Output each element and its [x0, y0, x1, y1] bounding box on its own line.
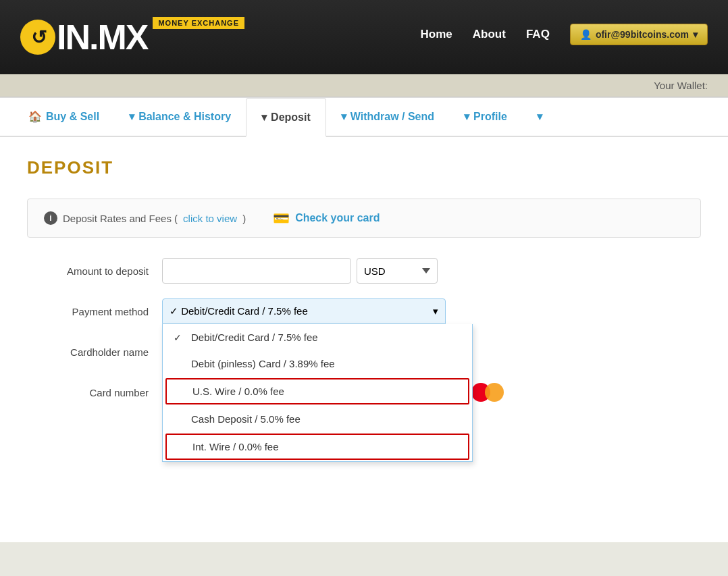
main-card: 🏠 Buy & Sell ▾ Balance & History ▾ Depos… [0, 97, 728, 542]
check-card-button[interactable]: 💳 Check your card [273, 210, 380, 226]
payment-option-debit-credit[interactable]: ✓ Debit/Credit Card / 7.5% fee [163, 324, 472, 350]
tab-profile[interactable]: ▾ Profile [449, 98, 522, 137]
tab-withdraw-send-label: Withdraw / Send [350, 111, 434, 123]
wallet-label: Your Wallet: [654, 80, 708, 91]
tab-buy-sell-label: Buy & Sell [46, 111, 99, 123]
tab-deposit-label: Deposit [271, 111, 311, 124]
nav-about[interactable]: About [473, 28, 506, 41]
page-content: DEPOSIT i Deposit Rates and Fees ( click… [0, 137, 728, 542]
wallet-bar: Your Wallet: [0, 74, 728, 97]
cardholder-label: Cardholder name [27, 346, 162, 358]
nav-links: Home About FAQ 👤 ofir@99bitcoins.com ▾ [421, 24, 708, 45]
empty-check-icon-2 [175, 386, 186, 397]
user-email: ofir@99bitcoins.com [596, 29, 689, 40]
chevron-down-icon-deposit: ▾ [261, 111, 267, 124]
user-icon: 👤 [580, 29, 592, 40]
logo: IN.MX [20, 17, 147, 57]
payment-option-us-wire[interactable]: U.S. Wire / 0.0% fee [165, 378, 469, 404]
tab-profile-label: Profile [473, 111, 507, 123]
dropdown-arrow-icon: ▾ [693, 29, 698, 40]
mc-circle-right [485, 383, 504, 402]
payment-option-label: Cash Deposit / 5.0% fee [191, 413, 301, 425]
empty-check-icon [174, 359, 184, 369]
payment-label: Payment method [27, 306, 162, 317]
payment-option-label: Int. Wire / 0.0% fee [192, 441, 279, 452]
chevron-down-icon-withdraw: ▾ [341, 110, 346, 123]
amount-input[interactable] [162, 258, 351, 284]
payment-row: Payment method ✓ Debit/Credit Card / 7.5… [27, 298, 701, 324]
mastercard-logo [471, 382, 504, 402]
payment-method-display[interactable]: ✓ Debit/Credit Card / 7.5% fee ▾ [162, 298, 446, 324]
home-icon: 🏠 [28, 110, 42, 123]
rates-text: Deposit Rates and Fees ( [63, 213, 178, 224]
empty-check-icon-4 [175, 442, 186, 452]
amount-row: Amount to deposit USD EUR GBP BTC [27, 258, 701, 284]
header-nav: Home About FAQ 👤 ofir@99bitcoins.com ▾ [421, 24, 708, 51]
page-title: DEPOSIT [27, 157, 701, 178]
tab-deposit[interactable]: ▾ Deposit [246, 98, 326, 137]
nav-home[interactable]: Home [421, 28, 452, 41]
rates-info: i Deposit Rates and Fees ( click to view… [44, 211, 246, 225]
card-number-label: Card number [27, 387, 162, 398]
coin-icon [20, 20, 55, 55]
logo-text: IN.MX [57, 17, 147, 57]
payment-option-label: Debit/Credit Card / 7.5% fee [191, 332, 318, 343]
info-icon: i [44, 211, 57, 225]
tab-withdraw-send[interactable]: ▾ Withdraw / Send [326, 98, 449, 137]
chevron-down-payment-icon: ▾ [433, 305, 438, 317]
check-card-label: Check your card [295, 212, 380, 224]
logo-area: IN.MX MONEY EXCHANGE [20, 17, 244, 57]
payment-dropdown: ✓ Debit/Credit Card / 7.5% fee Debit (pi… [162, 324, 473, 462]
header: IN.MX MONEY EXCHANGE Home About FAQ 👤 of… [0, 0, 728, 74]
amount-label: Amount to deposit [27, 265, 162, 277]
tab-balance-history-label: Balance & History [138, 111, 231, 123]
payment-option-int-wire[interactable]: Int. Wire / 0.0% fee [165, 434, 469, 460]
user-menu-button[interactable]: 👤 ofir@99bitcoins.com ▾ [570, 24, 708, 45]
tab-nav: 🏠 Buy & Sell ▾ Balance & History ▾ Depos… [0, 98, 728, 137]
payment-selected-label: ✓ Debit/Credit Card / 7.5% fee [170, 305, 308, 317]
tab-buy-sell[interactable]: 🏠 Buy & Sell [14, 98, 114, 137]
more-icon: ▾ [537, 110, 542, 123]
rates-end: ) [242, 213, 246, 224]
tab-balance-history[interactable]: ▾ Balance & History [114, 98, 246, 137]
payment-option-cash-deposit[interactable]: Cash Deposit / 5.0% fee [163, 406, 472, 432]
payment-option-label: Debit (pinless) Card / 3.89% fee [191, 358, 335, 369]
nav-faq[interactable]: FAQ [526, 28, 550, 41]
chevron-down-icon: ▾ [129, 110, 134, 123]
empty-check-icon-3 [174, 414, 184, 425]
credit-card-icon: 💳 [273, 210, 290, 226]
payment-option-debit-pinless[interactable]: Debit (pinless) Card / 3.89% fee [163, 350, 472, 377]
money-exchange-badge: MONEY EXCHANGE [153, 17, 244, 29]
tab-more[interactable]: ▾ [522, 98, 557, 137]
chevron-down-icon-profile: ▾ [464, 110, 469, 123]
rates-link[interactable]: click to view [183, 213, 237, 224]
info-bar: i Deposit Rates and Fees ( click to view… [27, 199, 701, 238]
payment-method-container: ✓ Debit/Credit Card / 7.5% fee ▾ ✓ Debit… [162, 298, 446, 324]
currency-select[interactable]: USD EUR GBP BTC [357, 258, 438, 284]
checkmark-icon: ✓ [174, 332, 184, 343]
payment-option-label: U.S. Wire / 0.0% fee [192, 386, 284, 397]
